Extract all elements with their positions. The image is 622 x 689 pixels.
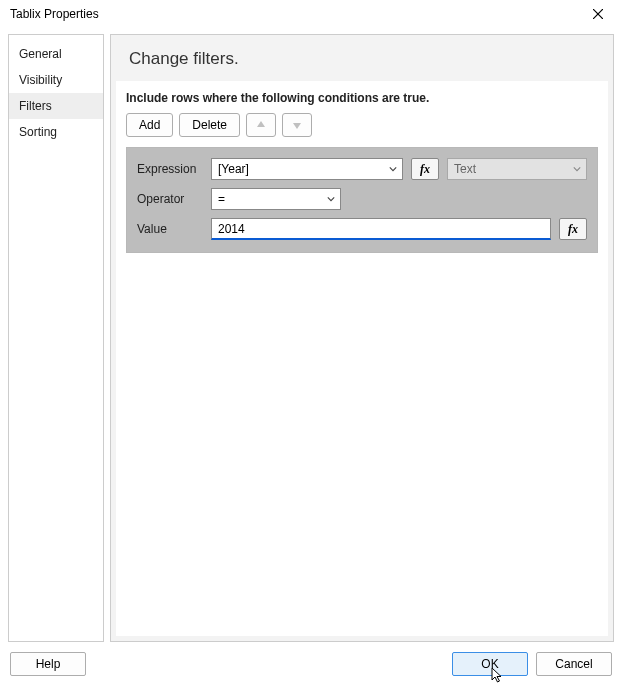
fx-icon: fx (568, 222, 578, 237)
expression-combo[interactable] (211, 158, 403, 180)
value-input[interactable] (211, 218, 551, 240)
chevron-down-icon[interactable] (322, 189, 340, 209)
cancel-button[interactable]: Cancel (536, 652, 612, 676)
operator-label: Operator (137, 192, 203, 206)
expression-fx-button[interactable]: fx (411, 158, 439, 180)
operator-row: Operator (137, 188, 587, 210)
instruction-text: Include rows where the following conditi… (126, 91, 598, 105)
arrow-down-icon (292, 120, 302, 130)
close-icon (593, 9, 603, 19)
sidebar-item-filters[interactable]: Filters (9, 93, 103, 119)
move-down-button[interactable] (282, 113, 312, 137)
sidebar: General Visibility Filters Sorting (8, 34, 104, 642)
dialog-footer: Help OK Cancel (0, 642, 622, 686)
arrow-up-icon (256, 120, 266, 130)
close-button[interactable] (578, 2, 618, 26)
main-panel: Change filters. Include rows where the f… (110, 34, 614, 642)
dialog-body: General Visibility Filters Sorting Chang… (0, 28, 622, 642)
delete-button[interactable]: Delete (179, 113, 240, 137)
add-button[interactable]: Add (126, 113, 173, 137)
chevron-down-icon[interactable] (568, 159, 586, 179)
operator-combo[interactable] (211, 188, 341, 210)
footer-right: OK Cancel (452, 652, 612, 676)
type-combo[interactable] (447, 158, 587, 180)
expression-input[interactable] (212, 159, 384, 179)
expression-row: Expression fx (137, 158, 587, 180)
panel-heading: Change filters. (111, 35, 613, 81)
help-button[interactable]: Help (10, 652, 86, 676)
value-label: Value (137, 222, 203, 236)
ok-button[interactable]: OK (452, 652, 528, 676)
value-fx-button[interactable]: fx (559, 218, 587, 240)
titlebar: Tablix Properties (0, 0, 622, 28)
type-input (448, 159, 568, 179)
sidebar-item-sorting[interactable]: Sorting (9, 119, 103, 145)
sidebar-item-general[interactable]: General (9, 41, 103, 67)
chevron-down-icon[interactable] (384, 159, 402, 179)
operator-input[interactable] (212, 189, 322, 209)
panel-content: Include rows where the following conditi… (116, 81, 608, 636)
window-title: Tablix Properties (10, 7, 99, 21)
empty-area (126, 253, 598, 636)
expression-label: Expression (137, 162, 203, 176)
ok-label: OK (481, 657, 498, 671)
fx-icon: fx (420, 162, 430, 177)
value-row: Value fx (137, 218, 587, 240)
filter-toolbar: Add Delete (126, 113, 598, 137)
sidebar-item-visibility[interactable]: Visibility (9, 67, 103, 93)
move-up-button[interactable] (246, 113, 276, 137)
filter-editor: Expression fx (126, 147, 598, 253)
